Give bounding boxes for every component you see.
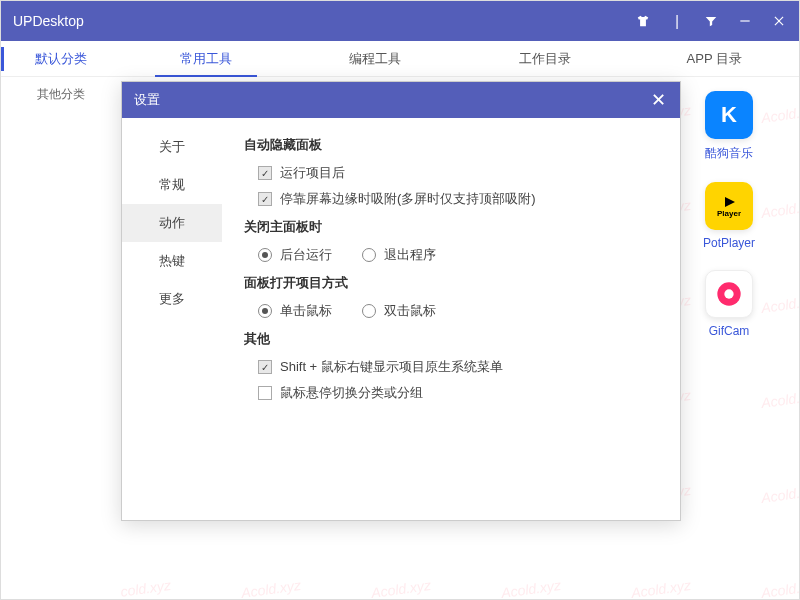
dialog-mask: 设置 ✕ 关于 常规 动作 热键 更多 自动隐藏面板 运行项目后 停靠屏幕边缘时… — [1, 1, 799, 599]
dialog-title: 设置 — [134, 91, 160, 109]
opt-label: 停靠屏幕边缘时吸附(多屏时仅支持顶部吸附) — [280, 190, 536, 208]
nav-hotkey[interactable]: 热键 — [122, 242, 222, 280]
opt-hover-switch[interactable]: 鼠标悬停切换分类或分组 — [258, 384, 658, 402]
opt-label: 鼠标悬停切换分类或分组 — [280, 384, 423, 402]
dialog-body: 关于 常规 动作 热键 更多 自动隐藏面板 运行项目后 停靠屏幕边缘时吸附(多屏… — [122, 118, 680, 520]
opt-edge-snap[interactable]: 停靠屏幕边缘时吸附(多屏时仅支持顶部吸附) — [258, 190, 658, 208]
opt-label: 单击鼠标 — [280, 302, 332, 320]
section-auto-hide-title: 自动隐藏面板 — [244, 136, 658, 154]
nav-action[interactable]: 动作 — [122, 204, 222, 242]
opt-background[interactable]: 后台运行 — [258, 246, 332, 264]
section-other-title: 其他 — [244, 330, 658, 348]
dialog-header: 设置 ✕ — [122, 82, 680, 118]
opt-label: Shift + 鼠标右键显示项目原生系统菜单 — [280, 358, 503, 376]
radio-icon[interactable] — [258, 304, 272, 318]
radio-icon[interactable] — [362, 248, 376, 262]
opt-exit[interactable]: 退出程序 — [362, 246, 436, 264]
opt-run-after[interactable]: 运行项目后 — [258, 164, 658, 182]
opt-double-click[interactable]: 双击鼠标 — [362, 302, 436, 320]
section-open-title: 面板打开项目方式 — [244, 274, 658, 292]
checkbox-icon[interactable] — [258, 192, 272, 206]
section-close-title: 关闭主面板时 — [244, 218, 658, 236]
dialog-nav: 关于 常规 动作 热键 更多 — [122, 118, 222, 520]
dialog-content: 自动隐藏面板 运行项目后 停靠屏幕边缘时吸附(多屏时仅支持顶部吸附) 关闭主面板… — [222, 118, 680, 520]
checkbox-icon[interactable] — [258, 166, 272, 180]
settings-dialog: 设置 ✕ 关于 常规 动作 热键 更多 自动隐藏面板 运行项目后 停靠屏幕边缘时… — [121, 81, 681, 521]
nav-general[interactable]: 常规 — [122, 166, 222, 204]
opt-label: 双击鼠标 — [384, 302, 436, 320]
nav-more[interactable]: 更多 — [122, 280, 222, 318]
opt-single-click[interactable]: 单击鼠标 — [258, 302, 332, 320]
radio-icon[interactable] — [258, 248, 272, 262]
opt-shift-rclick[interactable]: Shift + 鼠标右键显示项目原生系统菜单 — [258, 358, 658, 376]
radio-icon[interactable] — [362, 304, 376, 318]
opt-label: 退出程序 — [384, 246, 436, 264]
dialog-close-icon[interactable]: ✕ — [648, 89, 668, 111]
checkbox-icon[interactable] — [258, 360, 272, 374]
nav-about[interactable]: 关于 — [122, 128, 222, 166]
opt-label: 后台运行 — [280, 246, 332, 264]
opt-label: 运行项目后 — [280, 164, 345, 182]
checkbox-icon[interactable] — [258, 386, 272, 400]
